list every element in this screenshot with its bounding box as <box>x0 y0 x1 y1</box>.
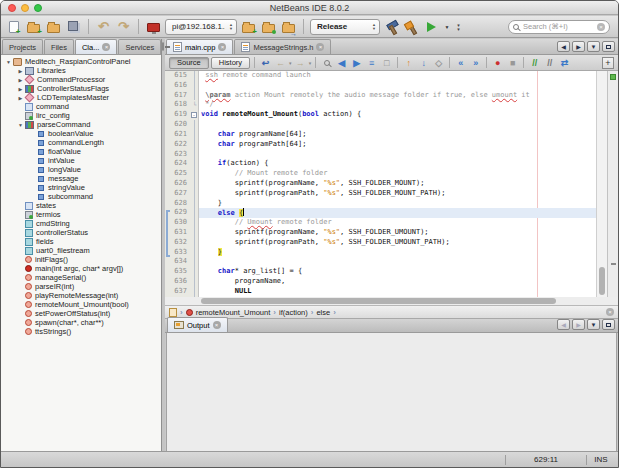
select-in-projects-icon[interactable]: □ <box>380 56 393 69</box>
scroll-tabs-left-button[interactable]: ◀ <box>557 319 570 330</box>
close-icon[interactable]: × <box>218 43 226 51</box>
next-bookmark-icon[interactable]: ↓ <box>417 56 430 69</box>
editor-tab-main-cpp[interactable]: main.cpp× <box>166 39 233 54</box>
dropdown-caret-icon[interactable]: ▾ <box>309 60 312 66</box>
tree-item-parseir-int[interactable]: parseIR(int) <box>1 282 161 291</box>
tree-item-libraries[interactable]: ▶Libraries <box>1 66 161 75</box>
clear-search-icon[interactable]: × <box>597 23 605 31</box>
tree-item-main-int-argc-char-argv[interactable]: main(int argc, char* argv[]) <box>1 264 161 273</box>
code-line-625[interactable]: 625 // Mount remote folder <box>165 169 596 179</box>
close-breadcrumb-icon[interactable]: × <box>606 308 614 316</box>
remote-display-icon[interactable] <box>145 18 162 35</box>
panel-tab-projects[interactable]: Projects <box>2 39 43 54</box>
folder-new-icon[interactable] <box>240 18 257 35</box>
document-list-button[interactable]: ▼ <box>587 41 600 52</box>
tree-item-subcommand[interactable]: subcommand <box>1 192 161 201</box>
go-to-header-icon[interactable]: ⇄ <box>558 56 571 69</box>
tree-item-controllerstatusflags[interactable]: ▶ControllerStatusFlags <box>1 84 161 93</box>
tree-item-commandprocessor[interactable]: ▶CommandProcessor <box>1 75 161 84</box>
code-line-626[interactable]: 626 sprintf(programName, "%s", SSH_FOLDE… <box>165 179 596 189</box>
toolbar-overflow-icon[interactable]: ▾▾ <box>454 18 463 35</box>
code-line-620[interactable]: 620 <box>165 120 596 130</box>
breadcrumb-item-if-action[interactable]: if(action) <box>279 308 308 317</box>
code-line-633[interactable]: 633 } <box>165 248 596 258</box>
tree-expanded-arrow-icon[interactable]: ▼ <box>4 59 13 65</box>
tree-item-setpoweroffstatus-int[interactable]: setPowerOffStatus(int) <box>1 309 161 318</box>
remote-host-select[interactable]: pi@192.168.1... ▲▼ <box>165 19 237 35</box>
code-line-618[interactable]: 618└ */ <box>165 100 596 110</box>
tree-item-floatvalue[interactable]: floatValue <box>1 147 161 156</box>
configuration-select[interactable]: Release ▲▼ <box>310 19 380 35</box>
code-line-631[interactable]: 631 sprintf(programName, "%s", SSH_FOLDE… <box>165 228 596 238</box>
classes-tree[interactable]: ▼Meditech_RaspianControlPanel▶Libraries▶… <box>1 55 161 453</box>
code-editor[interactable]: 615 ssh remote command launch616617 \par… <box>165 71 618 297</box>
tree-item-remotemount-umount-bool[interactable]: remoteMount_Umount(bool) <box>1 300 161 309</box>
tree-item-commandlength[interactable]: commandLength <box>1 138 161 147</box>
tree-item-cmdstring[interactable]: cmdString <box>1 219 161 228</box>
forward-icon[interactable]: → <box>294 56 307 69</box>
tree-item-command[interactable]: command <box>1 102 161 111</box>
code-line-617[interactable]: 617 \param action Mount remotely the aud… <box>165 91 596 101</box>
history-view-button[interactable]: History <box>211 57 250 69</box>
breadcrumb-item-remotemount-umount[interactable]: remoteMount_Umount <box>196 308 271 317</box>
new-project-icon[interactable] <box>25 18 42 35</box>
toggle-highlight-icon[interactable]: ≡ <box>365 56 378 69</box>
window-list-button[interactable]: ▼ <box>587 319 600 330</box>
tree-item-meditech-raspiancontrolpanel[interactable]: ▼Meditech_RaspianControlPanel <box>1 57 161 66</box>
code-line-634[interactable]: 634 <box>165 257 596 267</box>
undo-icon[interactable]: ↶ <box>95 18 112 35</box>
output-content[interactable] <box>166 333 617 453</box>
code-line-628[interactable]: 628 } <box>165 199 596 209</box>
tree-item-fields[interactable]: fields <box>1 237 161 246</box>
code-line-632[interactable]: 632 sprintf(programPath, "%s", SSH_FOLDE… <box>165 238 596 248</box>
find-previous-icon[interactable]: ◀ <box>335 56 348 69</box>
find-selection-icon[interactable] <box>320 56 333 69</box>
tree-item-lcdtemplatesmaster[interactable]: ▶LCDTemplatesMaster <box>1 93 161 102</box>
scroll-tabs-right-button[interactable]: ▶ <box>572 319 585 330</box>
panel-tab-cla[interactable]: Cla...× <box>75 39 118 54</box>
tree-item-uart0-filestream[interactable]: uart0_filestream <box>1 246 161 255</box>
dropdown-caret-icon[interactable]: ▾ <box>289 60 292 66</box>
fold-box-glyph[interactable]: - <box>191 112 197 118</box>
close-icon[interactable]: × <box>316 43 324 51</box>
minimize-panel-button[interactable] <box>162 42 164 51</box>
run-dropdown-icon[interactable]: ▼ <box>443 18 451 35</box>
back-icon[interactable]: ← <box>274 56 287 69</box>
tree-item-states[interactable]: states <box>1 201 161 210</box>
tree-item-stringvalue[interactable]: stringValue <box>1 183 161 192</box>
error-stripe[interactable] <box>607 71 618 297</box>
tree-item-playremotemessage-int[interactable]: playRemoteMessage(int) <box>1 291 161 300</box>
tree-item-lirc-config[interactable]: lirc_config <box>1 111 161 120</box>
close-icon[interactable]: × <box>213 321 221 329</box>
code-line-616[interactable]: 616 <box>165 81 596 91</box>
stop-macro-icon[interactable]: ■ <box>506 56 519 69</box>
scroll-tabs-left-button[interactable]: ◀ <box>557 41 570 52</box>
breadcrumb-item-else[interactable]: else <box>316 308 330 317</box>
tab-output[interactable]: Output × <box>167 317 228 332</box>
code-line-624[interactable]: 624 if(action) { <box>165 159 596 169</box>
new-file-icon[interactable] <box>5 18 22 35</box>
editor-overflow-icon[interactable]: + <box>602 57 614 69</box>
folder-sync-icon[interactable] <box>260 18 277 35</box>
code-line-637[interactable]: 637 NULL <box>165 287 596 297</box>
quick-search-box[interactable]: × <box>508 20 610 34</box>
editor-tab-messagestrings-h[interactable]: MessageStrings.h× <box>234 39 331 54</box>
title-bar[interactable]: NetBeans IDE 8.0.2 <box>1 1 618 15</box>
find-next-icon[interactable]: ▶ <box>350 56 363 69</box>
code-line-629[interactable]: 629 else { <box>165 208 596 218</box>
record-macro-icon[interactable]: ● <box>491 56 504 69</box>
code-line-619[interactable]: 619-void remoteMount_Umount(bool action)… <box>165 110 596 120</box>
build-project-icon[interactable] <box>383 18 400 35</box>
tree-item-parsecommand[interactable]: ▼parseCommand <box>1 120 161 129</box>
tree-item-intvalue[interactable]: intValue <box>1 156 161 165</box>
tree-item-controllerstatus[interactable]: controllerStatus <box>1 228 161 237</box>
save-all-icon[interactable] <box>65 18 82 35</box>
redo-icon[interactable]: ↷ <box>115 18 132 35</box>
shift-line-left-icon[interactable]: « <box>454 56 467 69</box>
code-line-622[interactable]: 622 char programPath[64]; <box>165 140 596 150</box>
code-line-627[interactable]: 627 sprintf(programPath, "%s", SSH_FOLDE… <box>165 189 596 199</box>
previous-bookmark-icon[interactable]: ↑ <box>402 56 415 69</box>
tree-item-longvalue[interactable]: longValue <box>1 165 161 174</box>
tree-item-initflags[interactable]: initFlags() <box>1 255 161 264</box>
scroll-tabs-right-button[interactable]: ▶ <box>572 41 585 52</box>
